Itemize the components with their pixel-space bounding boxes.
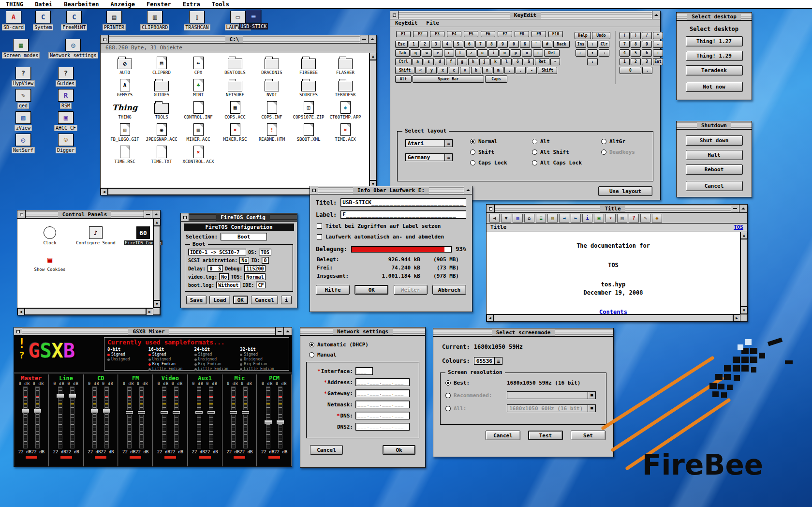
key-space-bar[interactable]: Space Bar xyxy=(413,75,484,83)
mark-icon[interactable]: ◆ xyxy=(652,214,662,223)
key-numpad-5[interactable]: 5 xyxy=(631,49,641,57)
file-sources[interactable]: SOURCES xyxy=(290,79,327,101)
volume-slider[interactable] xyxy=(92,387,97,448)
desktop-icon-hypview[interactable]: ?HypView xyxy=(2,67,44,89)
key-e[interactable]: e xyxy=(433,49,443,57)
colours-dropdown[interactable]: 65536≡ xyxy=(474,357,502,365)
titlebar[interactable]: Select desktop xyxy=(677,13,752,21)
desktop-icon-usb-stick[interactable]: ▬USB-STICK xyxy=(239,10,268,30)
window-title[interactable]: Select desktop xyxy=(677,13,752,20)
key-z[interactable]: z xyxy=(466,49,476,57)
volume-slider[interactable] xyxy=(174,387,178,448)
key-numpad-6[interactable]: 6 xyxy=(642,49,652,57)
window-title[interactable]: Network settings xyxy=(300,328,425,335)
key-numpad-key[interactable]: + xyxy=(653,49,663,57)
slider-thumb[interactable] xyxy=(21,409,30,413)
file-cpx[interactable]: ↔CPX xyxy=(180,57,217,79)
mute-button[interactable] xyxy=(94,455,107,459)
file-gemsys[interactable]: AGEMSYS xyxy=(106,79,143,101)
scroll-right-arrow[interactable]: ▶ xyxy=(146,308,153,315)
key-shift[interactable]: Shift xyxy=(538,67,557,74)
firetos-value[interactable]: No xyxy=(219,273,229,280)
key-key[interactable]: ß xyxy=(520,41,530,48)
vertical-scrollbar[interactable]: ▲▼ xyxy=(369,53,376,188)
file-jpegsnap-acc[interactable]: ◉JPEGSNAP.ACC xyxy=(143,123,180,146)
button-cancel[interactable]: Cancel xyxy=(686,181,743,191)
file-time-rsc[interactable]: TIME.RSC xyxy=(106,146,143,168)
iconify-button[interactable] xyxy=(731,205,739,212)
key-j[interactable]: j xyxy=(479,58,489,65)
file-devtools[interactable]: DEVTOOLS xyxy=(217,57,253,79)
menu-item-fenster[interactable]: Fenster xyxy=(141,0,177,8)
volume-slider[interactable] xyxy=(231,387,236,448)
key-d[interactable]: d xyxy=(435,58,445,65)
window-title[interactable]: Shutdown xyxy=(677,121,752,129)
key-f5[interactable]: F5 xyxy=(464,31,478,37)
next-page-icon[interactable]: ► xyxy=(571,214,581,223)
scroll-left-arrow[interactable]: ◀ xyxy=(101,188,108,195)
button-halt[interactable]: Halt xyxy=(686,150,743,160)
scroll-thumb[interactable] xyxy=(494,314,733,321)
key-numpad-key[interactable]: . xyxy=(642,67,652,74)
field-netmask[interactable]: ___.___.___.___ xyxy=(355,401,410,408)
menu-file[interactable]: File xyxy=(426,20,439,26)
desktop-icon-trashcan[interactable]: ▯TRASHCAN xyxy=(184,11,210,30)
file-clipbrd[interactable]: ▤CLIPBRD xyxy=(143,57,180,79)
desktop-icon-rsm[interactable]: RRSM xyxy=(44,89,87,111)
close-button[interactable] xyxy=(101,35,109,43)
key-shift[interactable]: Shift xyxy=(395,67,414,74)
key-numpad-key[interactable]: * xyxy=(653,32,663,39)
desktop-icon-guides[interactable]: ?Guides xyxy=(44,67,87,89)
volume-slider[interactable] xyxy=(35,387,40,448)
desktop-icon-sd-card[interactable]: ASD-card xyxy=(2,11,25,30)
radio-icon[interactable] xyxy=(445,406,451,411)
fuller-button[interactable] xyxy=(652,11,660,19)
key-numpad-key[interactable]: / xyxy=(642,32,652,39)
field-interface[interactable]: ___ xyxy=(355,367,373,375)
field-dns2[interactable]: ___.___.___.___ xyxy=(355,423,410,431)
key-numpad-3[interactable]: 3 xyxy=(642,58,652,65)
slider-thumb[interactable] xyxy=(207,410,215,415)
key-key[interactable]: < xyxy=(415,67,426,74)
button-not-now[interactable]: Not now xyxy=(686,82,743,92)
key-k[interactable]: k xyxy=(490,58,501,65)
scroll-up-arrow[interactable]: ▲ xyxy=(740,232,748,239)
file-cops107e-zip[interactable]: ◫COPS107E.ZIP xyxy=(290,101,327,123)
scroll-left-arrow[interactable]: ◀ xyxy=(487,314,494,322)
radio-normal[interactable]: Normal xyxy=(470,138,528,145)
key-4[interactable]: 4 xyxy=(442,41,452,48)
volume-slider[interactable] xyxy=(127,387,132,448)
slider-thumb[interactable] xyxy=(264,420,272,424)
volume-slider[interactable] xyxy=(278,387,282,448)
titel-field[interactable]: USB-STICK xyxy=(340,198,466,207)
key-numpad-key[interactable]: ( xyxy=(620,32,630,39)
key-ret[interactable]: Ret xyxy=(535,58,549,65)
radio-manual[interactable]: Manual xyxy=(309,352,425,358)
key-y[interactable]: y xyxy=(427,67,437,74)
file-mixer-rsc[interactable]: ×MIXER.RSC xyxy=(217,123,253,146)
window-title[interactable]: Title xyxy=(495,205,731,212)
key-g[interactable]: g xyxy=(457,58,467,65)
resolution-dropdown[interactable]: ≡ xyxy=(507,391,596,399)
key-clr[interactable]: Clr xyxy=(599,41,609,48)
firetos-value[interactable]: 0_ S xyxy=(207,265,223,272)
key-del[interactable]: Del xyxy=(544,49,560,57)
file-readme-htm[interactable]: !README.HTM xyxy=(253,123,290,146)
desktop-icon-qed[interactable]: ✎qed xyxy=(2,89,44,111)
firetos-value[interactable]: TOS xyxy=(259,249,271,255)
file-guides[interactable]: GUIDES xyxy=(143,79,180,101)
key-key[interactable]: ↓ xyxy=(587,58,598,65)
key-tab[interactable]: Tab xyxy=(395,49,410,57)
key-p[interactable]: p xyxy=(511,49,521,57)
file-time-acx[interactable]: ×TIME.ACX xyxy=(327,123,364,146)
window-title[interactable]: Info über Laufwerk E: xyxy=(318,186,464,194)
mute-button[interactable] xyxy=(164,455,177,459)
radio-caps-lock[interactable]: Caps Lock xyxy=(470,160,528,166)
key-3[interactable]: 3 xyxy=(431,41,441,48)
volume-slider[interactable] xyxy=(70,387,74,448)
resize-handle[interactable] xyxy=(740,314,747,321)
file-sboot-xml[interactable]: SBOOT.XML xyxy=(290,123,327,146)
checkbox-row-1[interactable]: Titel bei Zugriffen auf Label setzen xyxy=(310,223,472,229)
key-1[interactable]: 1 xyxy=(409,41,419,48)
mute-button[interactable] xyxy=(268,455,281,459)
